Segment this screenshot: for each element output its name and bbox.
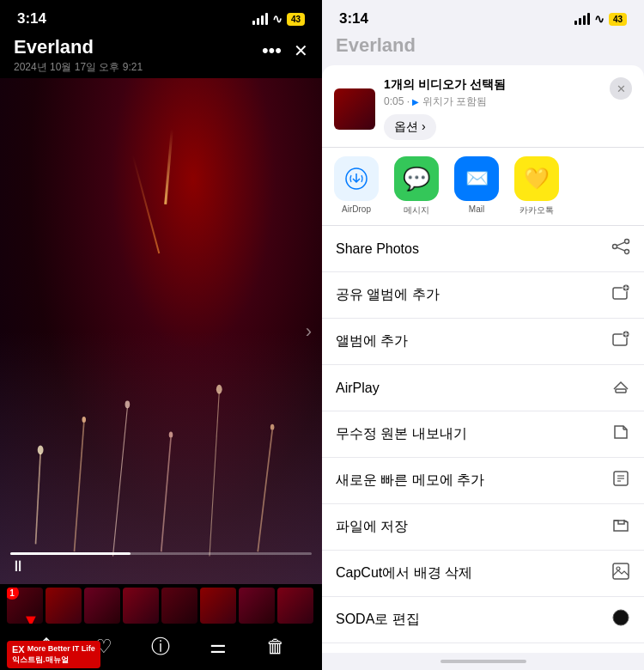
down-arrow-icon: ▼ <box>22 611 39 624</box>
menu-soda[interactable]: SODA로 편집 <box>322 597 644 643</box>
right-album-header: Everland <box>322 31 644 64</box>
airdrop-label: AirDrop <box>342 204 371 214</box>
watermark: EX More Better IT Life 익스트림.매뉴얼 <box>7 641 100 668</box>
save-file-icon <box>611 515 630 539</box>
video-progress[interactable] <box>10 552 312 555</box>
share-subtitle: 0:05 · ▶ 위치가 포함됨 <box>384 94 632 109</box>
svg-point-9 <box>169 431 173 437</box>
kakao-label: 카카오톡 <box>519 204 554 216</box>
menu-capcut[interactable]: CapCut에서 배경 삭제 <box>322 551 644 597</box>
home-indicator <box>322 653 644 670</box>
share-info: 1개의 비디오가 선택됨 0:05 · ▶ 위치가 포함됨 옵션 › <box>384 77 632 140</box>
share-close-button[interactable]: ✕ <box>610 77 632 100</box>
left-status-bar: 3:14 ∿ 43 <box>0 0 322 31</box>
add-album-icon <box>611 330 630 353</box>
video-duration: 0:05 <box>384 95 404 107</box>
menu-quick-note[interactable]: 새로운 빠른 메모에 추가 <box>322 458 644 504</box>
share-photos-icon <box>611 237 630 260</box>
menu-extract-audio[interactable]: 동영상 음원 추출 ◄ 2 <box>322 643 644 653</box>
svg-point-16 <box>625 240 629 244</box>
app-messages[interactable]: 💬 메시지 <box>394 156 439 216</box>
wifi-icon: ∿ <box>272 12 283 26</box>
airplay-icon <box>611 376 630 399</box>
airdrop-icon <box>334 156 379 201</box>
menu-save-file[interactable]: 파일에 저장 <box>322 504 644 551</box>
export-original-icon <box>611 423 630 446</box>
quick-note-icon <box>611 469 630 492</box>
add-album-label: 앨범에 추가 <box>336 332 408 350</box>
menu-airplay[interactable]: AirPlay <box>322 365 644 411</box>
menu-share-photos[interactable]: Share Photos <box>322 226 644 272</box>
left-panel: 3:14 ∿ 43 Everland 2024년 10월 17일 오후 9:21… <box>0 0 322 670</box>
app-airdrop[interactable]: AirDrop <box>334 156 379 216</box>
svg-line-1 <box>74 423 83 551</box>
add-shared-album-icon <box>611 283 630 307</box>
share-title: 1개의 비디오가 선택됨 <box>384 77 632 93</box>
left-album-title: Everland <box>14 36 143 58</box>
thumbnail-7[interactable] <box>239 588 275 624</box>
thumbnail-4[interactable] <box>123 588 159 624</box>
menu-export-original[interactable]: 무수정 원본 내보내기 <box>322 411 644 458</box>
location-arrow-icon: ▶ <box>412 97 419 107</box>
edit-button[interactable]: ⚌ <box>210 636 227 658</box>
watermark-line1: More Better IT Life <box>27 644 95 655</box>
kakao-icon: 💛 <box>514 156 559 201</box>
options-button[interactable]: 옵션 › <box>384 114 436 140</box>
quick-note-label: 새로운 빠른 메모에 추가 <box>336 472 484 490</box>
right-status-bar: 3:14 ∿ 43 <box>322 0 644 31</box>
left-header-icons: ••• ✕ <box>262 40 308 62</box>
delete-button[interactable]: 🗑 <box>266 636 285 658</box>
right-wifi-icon: ∿ <box>594 12 605 26</box>
menu-add-shared-album[interactable]: 공유 앨범에 추가 <box>322 272 644 319</box>
capcut-icon <box>611 562 630 585</box>
svg-point-6 <box>38 445 44 454</box>
close-icon: ✕ <box>617 82 626 95</box>
thumbnail-3[interactable] <box>84 588 120 624</box>
airplay-label: AirPlay <box>336 381 380 396</box>
more-icon[interactable]: ••• <box>262 40 282 62</box>
svg-point-17 <box>625 250 629 254</box>
options-label: 옵션 › <box>394 119 426 135</box>
soda-icon <box>611 608 630 631</box>
progress-fill <box>10 552 131 555</box>
svg-line-5 <box>258 429 272 551</box>
add-shared-album-label: 공유 앨범에 추가 <box>336 286 440 304</box>
svg-line-3 <box>161 437 171 551</box>
messages-icon: 💬 <box>394 156 439 201</box>
svg-point-8 <box>125 400 130 408</box>
soda-label: SODA로 편집 <box>336 611 420 629</box>
mail-icon: ✉️ <box>454 156 499 201</box>
svg-rect-37 <box>613 563 629 579</box>
thumbnail-6[interactable] <box>200 588 236 624</box>
right-panel: 3:14 ∿ 43 Everland 1개의 비디오가 선택됨 0:05 · ▶ <box>322 0 644 670</box>
mail-label: Mail <box>469 204 484 214</box>
info-button[interactable]: ⓘ <box>151 634 170 660</box>
svg-point-10 <box>216 384 222 393</box>
watermark-line2: 익스트림.매뉴얼 <box>12 655 95 666</box>
menu-add-album[interactable]: 앨범에 추가 <box>322 319 644 365</box>
app-kakao[interactable]: 💛 카카오톡 <box>514 156 559 216</box>
svg-line-2 <box>112 407 127 556</box>
messages-label: 메시지 <box>404 204 429 216</box>
thumbnail-1[interactable]: 1 ▼ <box>7 588 43 624</box>
svg-rect-30 <box>616 389 626 393</box>
svg-line-4 <box>210 392 219 556</box>
app-mail[interactable]: ✉️ Mail <box>454 156 499 216</box>
pause-button[interactable]: ⏸ <box>10 557 26 576</box>
thumbnail-5[interactable] <box>161 588 197 624</box>
right-battery-badge: 43 <box>609 13 627 26</box>
right-time: 3:14 <box>339 10 368 27</box>
battery-badge: 43 <box>287 13 305 26</box>
close-icon[interactable]: ✕ <box>294 40 308 61</box>
menu-list: Share Photos 공유 앨범에 추가 <box>322 226 644 653</box>
svg-line-18 <box>617 242 625 246</box>
signal-icon <box>252 13 268 25</box>
svg-point-15 <box>613 245 617 249</box>
thumbnail-2[interactable] <box>46 588 82 624</box>
share-sheet: 1개의 비디오가 선택됨 0:05 · ▶ 위치가 포함됨 옵션 › ✕ <box>322 65 644 653</box>
save-file-label: 파일에 저장 <box>336 518 408 536</box>
location-label: 위치가 포함됨 <box>422 95 487 107</box>
thumbnail-8[interactable] <box>277 588 313 624</box>
svg-line-19 <box>617 247 625 251</box>
next-button[interactable]: › <box>306 320 312 343</box>
